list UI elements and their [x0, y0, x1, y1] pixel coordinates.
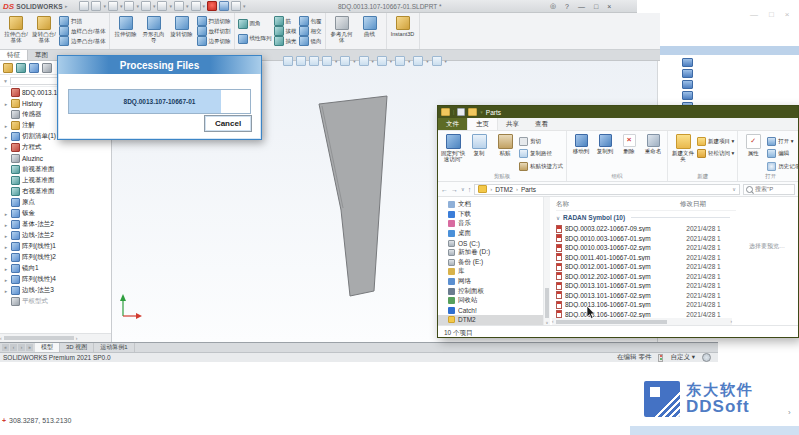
sw-maximize-button[interactable]: □: [594, 3, 598, 10]
breadcrumb-segment[interactable]: DTM2: [495, 186, 513, 193]
tree-item[interactable]: 上视基准面: [0, 175, 111, 186]
hide-show-items-icon[interactable]: [377, 56, 387, 66]
nav-item-drive-d[interactable]: 新加卷 (D:): [438, 248, 543, 258]
options-gear-icon[interactable]: [231, 1, 241, 11]
background-minimize-button[interactable]: —: [750, 10, 758, 19]
filter-funnel-icon[interactable]: ▼: [3, 78, 8, 84]
tab-file[interactable]: 文件: [438, 118, 467, 130]
nav-item-catch-app[interactable]: Catch!: [438, 306, 543, 316]
search-input[interactable]: [755, 186, 792, 192]
nav-item-libraries[interactable]: 库: [438, 267, 543, 277]
tree-item[interactable]: ▸阵列(线性)4: [0, 274, 111, 285]
nav-item-drive-c[interactable]: OS (C:): [438, 238, 543, 248]
zoom-to-area-icon[interactable]: [296, 56, 306, 66]
document-tab-1[interactable]: 模型: [35, 343, 60, 352]
tab-scroll-first-icon[interactable]: «: [2, 344, 9, 351]
file-row[interactable]: 8DQ.0012.001-10667-01.sym2021/4/28 1: [556, 262, 736, 272]
section-view-icon[interactable]: [322, 56, 332, 66]
zoom-to-fit-icon[interactable]: [283, 56, 293, 66]
history-button[interactable]: 历史记录: [767, 160, 798, 173]
scrollbar-thumb[interactable]: [556, 320, 668, 324]
save-icon[interactable]: [124, 1, 134, 11]
file-row[interactable]: 8DQ.0013.106-10667-01.sym2021/4/28 1: [556, 300, 736, 310]
scroll-down-icon[interactable]: ∨: [546, 320, 549, 325]
nav-item-recycle-bin[interactable]: 回收站: [438, 296, 543, 306]
curves-button[interactable]: 曲线: [357, 15, 383, 47]
rib-button[interactable]: 筋: [274, 16, 297, 26]
tree-item[interactable]: ▸镜向1: [0, 263, 111, 274]
sw-help-icon[interactable]: ?: [565, 3, 569, 10]
rename-button[interactable]: 重命名: [642, 133, 664, 173]
expand-icon[interactable]: ▸: [3, 123, 9, 129]
search-box[interactable]: [743, 184, 795, 195]
nav-item-downloads[interactable]: 下载: [438, 210, 543, 220]
explorer-tab-3[interactable]: 查看: [527, 118, 556, 130]
expand-icon[interactable]: ▸: [3, 288, 9, 294]
apply-scene-icon[interactable]: [413, 56, 423, 66]
nav-item-control-panel[interactable]: 控制面板: [438, 286, 543, 296]
intersect-button[interactable]: 相交: [299, 26, 322, 36]
view-settings-icon[interactable]: [432, 56, 442, 66]
commandmanager-tab-1[interactable]: 特征: [0, 50, 28, 60]
tree-item[interactable]: ▸阵列(线性)2: [0, 252, 111, 263]
document-tab-2[interactable]: 3D 视图: [60, 343, 94, 352]
loft-button[interactable]: 放样凸台/基体: [59, 26, 106, 36]
reference-geometry-button[interactable]: 参考几何体: [329, 15, 355, 47]
sw-close-button[interactable]: ×: [607, 3, 611, 10]
menu-expand-icon[interactable]: ▸: [65, 3, 68, 9]
column-header-name[interactable]: 名称: [556, 200, 680, 209]
new-folder-button[interactable]: 新建文件夹: [671, 133, 695, 173]
sw-minimize-button[interactable]: —: [578, 3, 585, 10]
nav-item-drive-e[interactable]: 备份 (E:): [438, 258, 543, 268]
edit-button[interactable]: 编辑: [767, 148, 798, 161]
breadcrumb[interactable]: › DTM2 › Parts ∨: [474, 184, 740, 195]
scroll-right-icon[interactable]: ›: [731, 319, 733, 324]
sweep-button[interactable]: 扫描: [59, 16, 106, 26]
expand-icon[interactable]: ▸: [3, 101, 9, 107]
document-tab-3[interactable]: 运动算例1: [94, 343, 134, 352]
displaymanager-tab-icon[interactable]: [42, 63, 52, 73]
tree-item[interactable]: ▸边线-法兰3: [0, 285, 111, 296]
expand-icon[interactable]: ▸: [3, 134, 9, 140]
file-row[interactable]: 8DQ.0010.003-10667-02.sym2021/4/28 1: [556, 243, 736, 253]
view-orientation-icon[interactable]: [340, 56, 350, 66]
breadcrumb-segment[interactable]: Parts: [521, 186, 536, 193]
tree-horizontal-scrollbar[interactable]: ‹ ›: [0, 333, 111, 342]
nav-item-desktop[interactable]: 桌面: [438, 229, 543, 239]
tree-item[interactable]: Aluzinc: [0, 153, 111, 164]
print-icon[interactable]: [141, 1, 151, 11]
tree-item[interactable]: ▸阵列(线性)1: [0, 241, 111, 252]
explorer-tab-2[interactable]: 共享: [498, 118, 527, 130]
tree-item[interactable]: ▸基体-法兰2: [0, 219, 111, 230]
collapse-group-icon[interactable]: ∨: [556, 215, 560, 221]
background-close-button[interactable]: ×: [785, 10, 790, 19]
expand-icon[interactable]: ▸: [3, 244, 9, 250]
shell-button[interactable]: 抽壳: [274, 36, 297, 46]
scrollbar-thumb[interactable]: [545, 288, 549, 318]
file-row[interactable]: 8DQ.0013.101-10667-01.sym2021/4/28 1: [556, 281, 736, 291]
background-maximize-button[interactable]: □: [769, 10, 774, 19]
file-row[interactable]: 8DQ.0012.202-10667-01.sym2021/4/28 1: [556, 272, 736, 282]
scrollbar-thumb[interactable]: [4, 336, 74, 340]
move-to-button[interactable]: 移动到: [570, 133, 592, 173]
tree-item[interactable]: 右视基准面: [0, 186, 111, 197]
tree-item[interactable]: ▸钣金: [0, 208, 111, 219]
scroll-right-icon[interactable]: ›: [76, 335, 78, 341]
tree-item[interactable]: 前视基准面: [0, 164, 111, 175]
instant3d-button[interactable]: Instant3D: [390, 15, 416, 47]
qat-properties-icon[interactable]: [457, 108, 465, 116]
expand-icon[interactable]: ▸: [3, 266, 9, 272]
home-icon[interactable]: [79, 1, 89, 11]
cut-button[interactable]: 剪切: [519, 135, 563, 148]
sheet-metal-part[interactable]: [297, 86, 407, 306]
revolve-boss-button[interactable]: 旋转凸台/基体: [31, 15, 57, 47]
rebuild-traffic-light-icon[interactable]: [207, 1, 217, 11]
paste-button[interactable]: 粘贴: [493, 133, 517, 173]
mirror-button[interactable]: 镜向: [299, 36, 322, 46]
tree-item[interactable]: 平板型式: [0, 296, 111, 307]
extrude-boss-button[interactable]: 拉伸凸台/基体: [3, 15, 29, 47]
performance-traffic-light-icon[interactable]: [658, 354, 663, 362]
boundary-cut-button[interactable]: 边界切除: [197, 36, 231, 46]
scroll-right-chevron[interactable]: ›: [788, 408, 791, 417]
back-icon[interactable]: ←: [441, 186, 448, 193]
